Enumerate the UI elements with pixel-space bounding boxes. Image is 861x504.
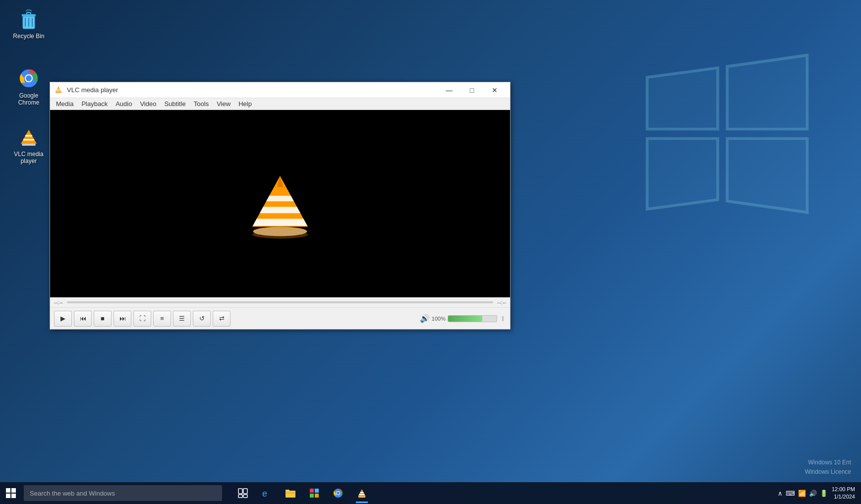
vlc-title-bar: VLC media player — □ ✕ [50,82,510,98]
progress-track[interactable] [67,301,494,303]
win-info-line1: Windows 10 Ent [805,458,851,467]
store-button[interactable] [303,482,325,504]
file-explorer-button[interactable] [280,482,301,504]
svg-marker-5 [727,55,807,129]
svg-point-51 [337,492,340,495]
svg-text:e: e [262,489,267,499]
menu-subtitle[interactable]: Subtitle [160,99,189,109]
svg-rect-35 [6,494,10,498]
svg-rect-13 [27,12,31,15]
svg-rect-34 [11,488,16,493]
svg-rect-43 [286,490,289,492]
vlc-window: VLC media player — □ ✕ Media Playback Au… [50,82,511,330]
volume-percent-label: 100% [432,316,446,322]
svg-rect-55 [358,497,365,498]
random-button[interactable]: ⇄ [213,311,230,327]
desktop: Recycle Bin Google Chrome [0,0,861,504]
system-icons: ∧ ⌨ 📶 🔊 🔋 [778,490,828,497]
title-bar-controls: — □ ✕ [438,82,506,98]
battery-icon[interactable]: 🔋 [820,490,828,497]
svg-rect-20 [22,144,36,146]
clock-time: 12:00 PM [832,486,855,493]
svg-marker-6 [647,139,718,210]
taskbar-pinned-icons: e [232,482,373,504]
win-info-line2: Windows Licence [805,467,851,477]
vlc-desktop-icon[interactable]: VLC media player [9,123,49,167]
keyboard-icon[interactable]: ⌨ [786,490,795,497]
taskbar-vlc-button[interactable] [351,482,373,504]
time-current: --:-- [54,299,63,305]
taskbar: e [0,482,861,504]
recycle-bin-image [17,7,41,31]
volume-sys-icon[interactable]: 🔊 [809,490,817,497]
taskbar-chrome-button[interactable] [327,482,349,504]
svg-rect-36 [11,494,16,498]
next-button[interactable]: ⏭ [114,311,131,327]
menu-view[interactable]: View [213,99,234,109]
svg-marker-7 [727,139,807,213]
taskbar-system-tray: ∧ ⌨ 📶 🔊 🔋 12:00 PM 1/1/2024 [778,486,861,501]
chrome-label: Google Chrome [11,92,47,107]
svg-point-16 [26,75,32,81]
vlc-title-text: VLC media player [67,86,438,94]
volume-section: 🔊 100% ‖ [420,311,506,327]
volume-resize-handle[interactable]: ‖ [499,311,506,327]
menu-help[interactable]: Help [234,99,256,109]
minimize-button[interactable]: — [438,82,460,98]
svg-rect-42 [286,491,295,498]
svg-rect-33 [6,488,10,493]
vlc-video-area [50,110,510,297]
menu-playback[interactable]: Playback [77,99,112,109]
up-arrow-icon[interactable]: ∧ [778,490,783,497]
svg-rect-24 [56,92,61,93]
vlc-title-icon [54,85,64,95]
chrome-icon[interactable]: Google Chrome [9,64,49,109]
fullscreen-button[interactable]: ⛶ [133,311,151,327]
svg-rect-45 [310,489,314,493]
svg-rect-11 [32,18,33,27]
vlc-controls-bar: ▶ ⏮ ■ ⏭ ⛶ ≡ ☰ ↺ ⇄ 🔊 100% ‖ [50,307,510,329]
vlc-cone-logo [240,164,320,243]
windows-logo-bg [633,40,831,287]
svg-point-26 [253,226,307,236]
svg-rect-9 [25,18,26,27]
menu-video[interactable]: Video [136,99,160,109]
menu-tools[interactable]: Tools [190,99,213,109]
svg-rect-48 [315,494,319,498]
volume-track[interactable] [448,315,497,322]
svg-marker-4 [647,68,718,129]
maximize-button[interactable]: □ [460,82,483,98]
svg-rect-46 [315,489,319,493]
start-button[interactable] [0,482,22,504]
svg-rect-39 [238,495,242,498]
prev-button[interactable]: ⏮ [74,311,92,327]
volume-icon: 🔊 [420,314,430,323]
svg-rect-37 [238,489,242,494]
edge-browser-button[interactable]: e [256,482,278,504]
extended-button[interactable]: ≡ [153,311,171,327]
svg-marker-17 [21,130,37,144]
time-total: --:-- [497,299,506,305]
vlc-menu-bar: Media Playback Audio Video Subtitle Tool… [50,98,510,110]
clock-date: 1/1/2024 [832,493,855,501]
network-icon[interactable]: 📶 [798,490,806,497]
chrome-image [17,66,41,90]
menu-audio[interactable]: Audio [112,99,136,109]
svg-rect-10 [28,18,29,27]
svg-rect-44 [286,493,295,493]
svg-rect-30 [258,207,302,213]
vlc-desktop-image [17,125,41,149]
recycle-bin-icon[interactable]: Recycle Bin [9,5,49,42]
menu-media[interactable]: Media [52,99,77,109]
playlist-button[interactable]: ☰ [173,311,191,327]
task-view-button[interactable] [232,482,254,504]
svg-rect-38 [243,489,247,494]
windows-info: Windows 10 Ent Windows Licence [805,458,851,477]
loop-button[interactable]: ↺ [193,311,211,327]
taskbar-clock[interactable]: 12:00 PM 1/1/2024 [832,486,855,501]
play-button[interactable]: ▶ [54,311,72,327]
stop-button[interactable]: ■ [94,311,112,327]
close-button[interactable]: ✕ [483,82,506,98]
svg-rect-40 [243,495,247,498]
taskbar-search-input[interactable] [24,485,222,501]
